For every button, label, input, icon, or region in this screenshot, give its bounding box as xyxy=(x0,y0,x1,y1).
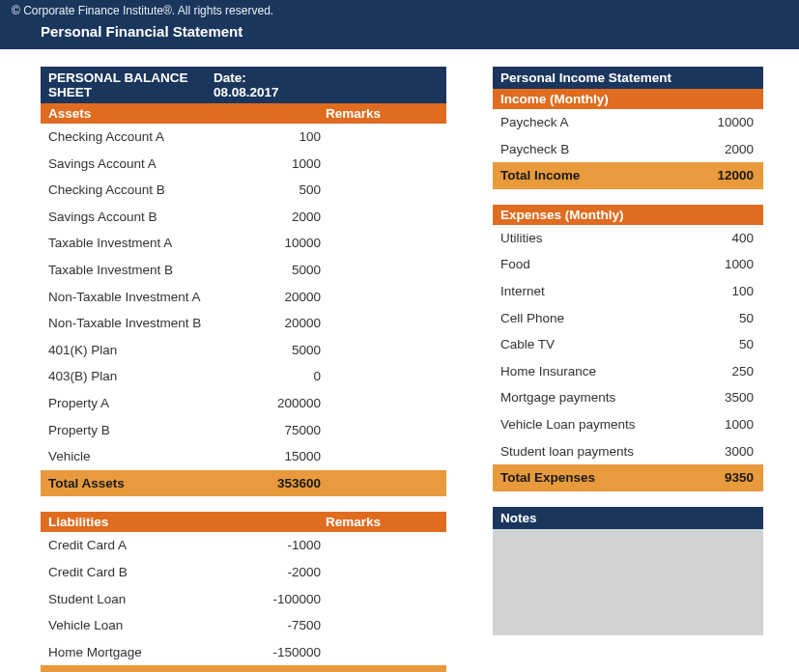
table-row: Utilities400 xyxy=(493,225,763,252)
row-value: 75000 xyxy=(253,417,340,444)
table-row: Non-Taxable Investment B20000 xyxy=(41,310,446,337)
liabilities-header-text: Liabilities xyxy=(48,515,108,529)
total-expenses-row: Total Expenses 9350 xyxy=(493,464,763,491)
row-label: Paycheck B xyxy=(493,136,705,163)
row-value: 0 xyxy=(253,363,340,390)
table-row: Mortgage payments3500 xyxy=(493,384,763,411)
copyright-text: © Corporate Finance Institute®. All righ… xyxy=(12,4,787,17)
row-label: 403(B) Plan xyxy=(41,363,253,390)
row-remarks xyxy=(340,639,446,666)
income-header-text: Income (Monthly) xyxy=(500,92,609,106)
table-row: Student loan payments3000 xyxy=(493,438,763,465)
row-value: 5000 xyxy=(253,257,340,284)
row-value: 400 xyxy=(705,225,763,252)
row-remarks xyxy=(340,443,446,470)
balance-date: Date: 08.08.2017 xyxy=(214,70,303,99)
row-label: Checking Account A xyxy=(41,124,253,151)
row-label: Taxable Investment A xyxy=(41,230,253,257)
row-value: 20000 xyxy=(253,310,340,337)
table-row: Student Loan-100000 xyxy=(41,586,446,613)
page-title: Personal Financial Statement xyxy=(12,23,787,40)
row-value: 500 xyxy=(253,177,340,204)
table-row: Credit Card B-2000 xyxy=(41,559,446,586)
row-remarks xyxy=(340,586,446,613)
row-label: Vehicle xyxy=(41,443,253,470)
row-value: 5000 xyxy=(253,337,340,364)
row-remarks xyxy=(340,337,446,364)
liabilities-table: Credit Card A-1000Credit Card B-2000Stud… xyxy=(41,532,446,672)
row-label: Vehicle Loan payments xyxy=(493,411,705,438)
row-label: Non-Taxable Investment A xyxy=(41,284,253,311)
expenses-header: Expenses (Monthly) xyxy=(493,205,763,225)
row-value: 10000 xyxy=(705,109,763,136)
row-remarks xyxy=(340,310,446,337)
total-assets-label: Total Assets xyxy=(41,470,253,497)
table-row: Credit Card A-1000 xyxy=(41,532,446,559)
table-row: Taxable Investment A10000 xyxy=(41,230,446,257)
row-remarks xyxy=(340,532,446,559)
balance-heading-text: PERSONAL BALANCE SHEET xyxy=(48,70,214,99)
row-remarks xyxy=(340,151,446,178)
total-assets-row: Total Assets 353600 xyxy=(41,470,446,497)
row-value: 100 xyxy=(705,278,763,305)
table-row: Savings Account A1000 xyxy=(41,151,446,178)
row-value: 15000 xyxy=(253,443,340,470)
total-assets-value: 353600 xyxy=(253,470,340,497)
row-label: Credit Card A xyxy=(41,532,253,559)
row-label: Savings Account A xyxy=(41,151,253,178)
row-remarks xyxy=(340,612,446,639)
row-value: 20000 xyxy=(253,284,340,311)
notes-heading: Notes xyxy=(493,507,763,529)
table-row: Home Insurance250 xyxy=(493,358,763,385)
row-value: 50 xyxy=(705,331,763,358)
expenses-table: Utilities400Food1000Internet100Cell Phon… xyxy=(493,225,763,491)
row-value: 3500 xyxy=(705,384,763,411)
row-remarks xyxy=(340,204,446,231)
row-value: 1000 xyxy=(253,151,340,178)
row-label: Cable TV xyxy=(493,331,705,358)
table-row: Home Mortgage-150000 xyxy=(41,639,446,666)
row-remarks xyxy=(340,284,446,311)
row-label: Internet xyxy=(493,278,705,305)
total-liabilities-row: Total Liabilities -260500 xyxy=(41,665,446,672)
left-column: PERSONAL BALANCE SHEET Date: 08.08.2017 … xyxy=(41,67,446,672)
row-label: Student Loan xyxy=(41,586,253,613)
row-label: Paycheck A xyxy=(493,109,705,136)
table-row: Vehicle15000 xyxy=(41,443,446,470)
row-label: Property B xyxy=(41,417,253,444)
row-value: 10000 xyxy=(253,230,340,257)
table-row: Property B75000 xyxy=(41,417,446,444)
assets-table: Checking Account A100Savings Account A10… xyxy=(41,124,446,496)
row-remarks xyxy=(340,257,446,284)
row-value: 200000 xyxy=(253,390,340,417)
table-row: Savings Account B2000 xyxy=(41,204,446,231)
row-value: 1000 xyxy=(705,251,763,278)
row-label: Student loan payments xyxy=(493,438,705,465)
assets-header-text: Assets xyxy=(48,106,91,121)
remarks-header-text-2: Remarks xyxy=(326,515,381,529)
total-income-row: Total Income 12000 xyxy=(493,162,763,189)
right-column: Personal Income Statement Income (Monthl… xyxy=(493,67,763,672)
table-row: 401(K) Plan5000 xyxy=(41,337,446,364)
row-remarks xyxy=(340,124,446,151)
assets-header: Assets Remarks xyxy=(41,103,446,124)
content-area: PERSONAL BALANCE SHEET Date: 08.08.2017 … xyxy=(0,49,799,672)
row-label: Non-Taxable Investment B xyxy=(41,310,253,337)
table-row: Taxable Investment B5000 xyxy=(41,257,446,284)
table-row: Internet100 xyxy=(493,278,763,305)
row-label: Home Insurance xyxy=(493,358,705,385)
row-value: 50 xyxy=(705,305,763,332)
expenses-header-text: Expenses (Monthly) xyxy=(500,208,624,222)
row-value: 2000 xyxy=(705,136,763,163)
row-value: -7500 xyxy=(253,612,340,639)
row-label: Checking Account B xyxy=(41,177,253,204)
total-income-value: 12000 xyxy=(705,162,763,189)
row-label: Vehicle Loan xyxy=(41,612,253,639)
row-value: 1000 xyxy=(705,411,763,438)
top-bar: © Corporate Finance Institute®. All righ… xyxy=(0,0,799,49)
table-row: Vehicle Loan-7500 xyxy=(41,612,446,639)
row-value: 3000 xyxy=(705,438,763,465)
row-label: Taxable Investment B xyxy=(41,257,253,284)
row-label: 401(K) Plan xyxy=(41,337,253,364)
income-stmt-heading: Personal Income Statement xyxy=(493,67,763,89)
